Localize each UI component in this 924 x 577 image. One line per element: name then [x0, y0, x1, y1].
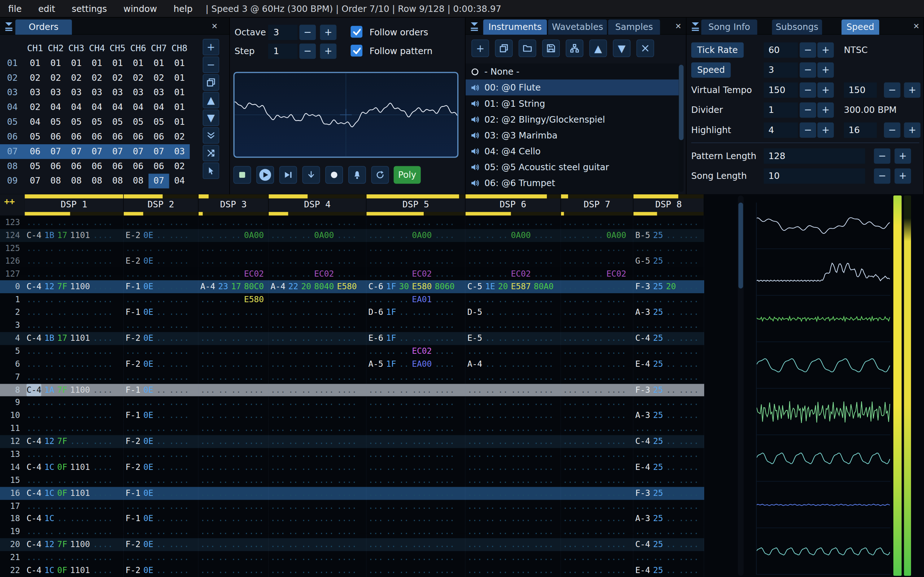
pattern-row[interactable]: 127.................................EC02… — [0, 268, 704, 280]
menu-help[interactable]: help — [165, 0, 201, 17]
pattern-cell[interactable]: ........... — [199, 448, 268, 461]
pattern-cell[interactable]: ............... — [25, 216, 124, 229]
pattern-cell[interactable]: C-51E20E58780A0 — [465, 280, 561, 293]
tab-samples[interactable]: Samples — [608, 19, 660, 35]
pattern-cell[interactable]: ........... — [124, 397, 199, 410]
pattern-cell[interactable]: ............... — [367, 216, 465, 229]
pattern-cell[interactable]: ............... — [25, 500, 124, 513]
add-button[interactable]: + — [203, 39, 220, 56]
pattern-cell[interactable]: ............... — [268, 371, 366, 384]
pattern-cell[interactable]: E-20E...... — [124, 229, 199, 242]
orders-row[interactable]: 020202020202020201 — [0, 71, 190, 85]
order-cell[interactable]: 04 — [149, 100, 169, 115]
pattern-cell[interactable]: ........... — [633, 397, 704, 410]
increase-button[interactable]: + — [817, 102, 834, 118]
order-cell[interactable]: 06 — [45, 129, 66, 144]
order-cell[interactable]: 01 — [45, 56, 66, 71]
order-cell[interactable]: 04 — [169, 174, 190, 189]
order-cell[interactable]: 03 — [149, 85, 169, 100]
remove-button[interactable]: − — [203, 56, 220, 73]
close-icon[interactable]: ✕ — [911, 21, 921, 32]
pattern-cell[interactable]: ........... — [124, 500, 199, 513]
pattern-cell[interactable]: .......0A00 — [199, 229, 268, 242]
order-cell[interactable]: 01 — [128, 56, 149, 71]
pattern-cell[interactable]: ........... — [561, 306, 633, 319]
order-cell[interactable]: 02 — [169, 159, 190, 174]
pattern-cell[interactable]: ........... — [561, 409, 633, 422]
order-cell[interactable]: 02 — [107, 71, 128, 85]
order-cell[interactable]: 08 — [107, 174, 128, 189]
decrease-button[interactable]: − — [800, 43, 816, 58]
pattern-cell[interactable]: A-4231780C0 — [199, 280, 268, 293]
pattern-cell[interactable]: ........... — [633, 216, 704, 229]
pattern-cell[interactable]: ............... — [465, 397, 561, 410]
step-decrease-button[interactable]: − — [299, 44, 316, 59]
pattern-row[interactable]: 11......................................… — [0, 422, 704, 435]
move-to-end-button[interactable] — [203, 127, 220, 144]
pattern-cell[interactable]: ............... — [268, 332, 366, 345]
tab-song-info[interactable]: Song Info — [701, 19, 757, 35]
follow-pattern-checkbox[interactable] — [351, 45, 362, 56]
pattern-cell[interactable]: ........... — [199, 500, 268, 513]
pattern-cell[interactable]: ............... — [465, 422, 561, 435]
step-increase-button[interactable]: + — [320, 44, 337, 59]
pattern-row[interactable]: 9.......................................… — [0, 397, 704, 410]
pattern-cell[interactable]: ............... — [268, 422, 366, 435]
orders-row[interactable]: 010101010101010101 — [0, 56, 190, 71]
pattern-cell[interactable]: ............... — [367, 474, 465, 487]
decrease-button[interactable]: − — [874, 168, 890, 184]
pattern-cell[interactable]: ............... — [268, 306, 366, 319]
pattern-cell[interactable]: E-425...... — [633, 564, 704, 577]
pattern-cell[interactable]: ............... — [367, 448, 465, 461]
order-cell[interactable]: 04 — [25, 115, 45, 129]
pattern-scrollbar[interactable] — [738, 195, 743, 576]
pattern-cell[interactable]: ............... — [465, 409, 561, 422]
order-cell[interactable]: 01 — [169, 56, 190, 71]
pattern-cell[interactable]: ............... — [367, 551, 465, 564]
order-cell[interactable]: 03 — [107, 85, 128, 100]
order-cell[interactable]: 05 — [149, 115, 169, 129]
pattern-cell[interactable]: ........... — [124, 551, 199, 564]
song-field-value2[interactable]: 16 — [844, 122, 877, 138]
pattern-cell[interactable]: E-425...... — [633, 461, 704, 474]
increase-button[interactable]: + — [817, 82, 834, 98]
pattern-cell[interactable]: F-325...... — [633, 384, 704, 397]
pattern-cell[interactable]: ............... — [465, 255, 561, 268]
orders-row[interactable]: 030303030303030301 — [0, 85, 190, 100]
pattern-cell[interactable]: ............... — [268, 409, 366, 422]
orders-row[interactable]: 090708080808080704 — [0, 174, 190, 189]
song-field-value[interactable]: 4 — [764, 122, 798, 138]
order-cell[interactable]: 06 — [128, 129, 149, 144]
pattern-cell[interactable]: ........... — [561, 255, 633, 268]
pattern-cell[interactable]: .......0A00.... — [367, 229, 465, 242]
instrument-item[interactable]: 01: @1 String — [465, 95, 679, 111]
order-cell[interactable]: 05 — [25, 129, 45, 144]
pattern-cell[interactable]: ........... — [124, 216, 199, 229]
order-cell[interactable]: 02 — [45, 71, 66, 85]
order-cell[interactable]: 04 — [45, 100, 66, 115]
pattern-cell[interactable]: ............... — [465, 435, 561, 448]
pattern-cell[interactable]: D-61F.......... — [367, 306, 465, 319]
instrument-scrollbar[interactable] — [679, 65, 683, 192]
instrument-item[interactable]: 02: @2 Blingy/Glockenspiel — [465, 111, 679, 127]
order-cell[interactable]: 01 — [107, 56, 128, 71]
pattern-row[interactable]: 0C-4127F1100....F-10E......A-4231780C0A-… — [0, 280, 704, 293]
scrollbar-thumb[interactable] — [738, 203, 743, 288]
pattern-cell[interactable]: ........... — [124, 242, 199, 255]
decrease-button[interactable]: − — [800, 62, 816, 77]
pattern-row[interactable]: 16C-41C0F1101....F-10E..................… — [0, 487, 704, 500]
pattern-cell[interactable]: ............... — [465, 487, 561, 500]
pattern-cell[interactable]: .......0A00.... — [268, 229, 366, 242]
increase-button[interactable]: + — [904, 122, 921, 138]
pattern-cell[interactable]: ........... — [561, 358, 633, 371]
pattern-cell[interactable]: ............... — [367, 319, 465, 332]
pattern-cell[interactable]: ........... — [561, 538, 633, 551]
pattern-cell[interactable]: C-4127F1100.... — [25, 538, 124, 551]
record-button[interactable] — [325, 166, 343, 184]
menu-edit[interactable]: edit — [30, 0, 63, 17]
deep-clone-button[interactable] — [203, 145, 220, 161]
pattern-cell[interactable]: ........... — [199, 306, 268, 319]
pattern-cell[interactable]: A-325...... — [633, 409, 704, 422]
pattern-cell[interactable]: ........... — [633, 422, 704, 435]
pattern-cell[interactable]: ............... — [268, 397, 366, 410]
